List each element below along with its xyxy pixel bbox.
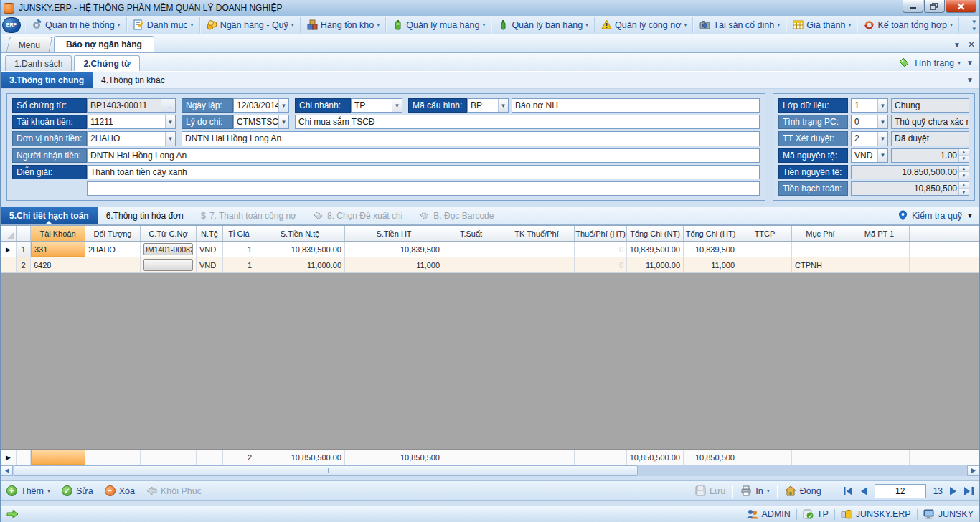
first-page-button[interactable] (844, 487, 853, 495)
cell-s-tien-ht[interactable]: 10,839,500 (345, 242, 443, 257)
chevron-down-icon[interactable]: ▼ (877, 149, 887, 162)
tt-xet-duyet-combo[interactable]: 2▼ (851, 131, 888, 146)
tab-close-icon[interactable]: ✕ (968, 39, 975, 49)
cell-tai-khoan[interactable]: 6428 (31, 257, 85, 272)
cell-n-te[interactable]: VND (197, 242, 223, 257)
c-tu-c-no-button[interactable]: DM1401-00082 (143, 243, 193, 255)
cell-n-te[interactable]: VND (197, 257, 223, 272)
col-header-tong-chi-ht[interactable]: Tổng Chi (HT) (684, 226, 738, 241)
overflow-chevron-icon[interactable]: ▼ (966, 59, 974, 67)
section-tab-thong-tin-chung[interactable]: 3.Thông tin chung (1, 72, 93, 88)
chevron-down-icon[interactable]: ▼ (877, 99, 887, 112)
col-header-c-tu-c-no[interactable]: C.Từ C.Nợ (141, 226, 197, 241)
tien-nguyen-te-spinner[interactable]: 10,850,500.00▲▼ (851, 165, 969, 179)
cell-thue-phi-ht[interactable]: 0 (575, 242, 627, 257)
dien-giai-extra-input[interactable] (87, 181, 760, 196)
table-row[interactable]: 2 6428 VND 1 11,000.00 11,000 0 11,000.0… (1, 257, 979, 273)
detail-tab-thong-tin-hoa-don[interactable]: 6.Thông tin hóa đơn (98, 207, 192, 224)
chevron-down-icon[interactable]: ▼ (877, 115, 887, 128)
col-header-tk-thue-phi[interactable]: TK Thuế/Phí (499, 226, 575, 241)
them-button[interactable]: + Thêm ▾ (6, 485, 50, 496)
cell-ma-pt-1[interactable] (849, 242, 910, 257)
menu-item-quan-ly-mua-hang[interactable]: Quản lý mua hàng▾ (386, 17, 491, 33)
horizontal-scrollbar[interactable] (1, 465, 979, 476)
ly-do-chi-combo[interactable]: CTMSTSCĐ▼ (233, 115, 289, 129)
detail-tab-chi-tiet-hach-toan[interactable]: 5.Chi tiết hạch toán (1, 207, 98, 224)
in-button[interactable]: In ▾ (740, 485, 769, 496)
ly-do-chi-desc-input[interactable]: Chi mua sắm TSCĐ (295, 115, 760, 129)
subtab-chung-tu[interactable]: 2.Chứng từ (74, 55, 139, 71)
c-tu-c-no-button[interactable] (143, 259, 193, 271)
menu-item-quan-ly-cong-no[interactable]: Quản lý công nợ▾ (595, 17, 693, 33)
tien-hach-toan-spinner[interactable]: 10,850,500▲▼ (851, 181, 969, 196)
dong-button[interactable]: Đóng (785, 485, 821, 496)
cell-tk-thue-phi[interactable] (499, 242, 575, 257)
cell-muc-phi[interactable] (792, 242, 849, 257)
scroll-left-arrow[interactable] (1, 465, 13, 476)
cell-tai-khoan[interactable]: 331 (31, 242, 85, 257)
menu-item-ke-toan-tong-hop[interactable]: Kế toán tổng hợp▾ (857, 17, 958, 33)
menu-overflow-handle[interactable]: ▾▾ (972, 18, 978, 32)
chevron-down-icon[interactable]: ▾ (47, 488, 50, 494)
select-all-header-cell[interactable] (1, 226, 17, 241)
chevron-down-icon[interactable]: ▼ (877, 132, 887, 145)
col-header-t-suat[interactable]: T.Suất (443, 226, 499, 241)
col-header-muc-phi[interactable]: Mục Phí (792, 226, 849, 241)
col-header-ttcp[interactable]: TTCP (738, 226, 792, 241)
ma-nguyen-te-combo[interactable]: VND▼ (851, 148, 888, 163)
chevron-down-icon[interactable]: ▼ (392, 99, 402, 112)
cell-tong-chi-nt[interactable]: 10,839,500.00 (627, 242, 684, 257)
cell-ttcp[interactable] (738, 242, 792, 257)
scroll-right-arrow[interactable] (967, 465, 979, 476)
tinh-trang-pc-combo[interactable]: 0▼ (851, 115, 888, 129)
so-chung-tu-input[interactable]: BP1403-00011 (87, 98, 161, 113)
menu-item-gia-thanh[interactable]: Giá thành▾ (786, 17, 857, 33)
sua-button[interactable]: ✓ Sửa (62, 485, 93, 496)
col-header-n-te[interactable]: N.Tệ (197, 226, 223, 241)
cell-t-suat[interactable] (443, 257, 499, 272)
col-header-tong-chi-nt[interactable]: Tổng Chi (NT) (627, 226, 684, 241)
section-tab-thong-tin-khac[interactable]: 4.Thông tin khác (93, 72, 174, 88)
chevron-down-icon[interactable]: ▼ (498, 99, 508, 112)
cell-tong-chi-ht[interactable]: 10,839,500 (684, 242, 738, 257)
tinh-trang-button[interactable]: Tình trạng ▾ (899, 57, 961, 68)
chevron-down-icon[interactable]: ▾ (767, 488, 770, 494)
erp-menu-button[interactable]: ERP (2, 17, 21, 33)
col-header-tai-khoan[interactable]: Tài Khoản (31, 226, 85, 241)
col-header-doi-tuong[interactable]: Đối Tượng (85, 226, 141, 241)
spinner-arrows-icon[interactable]: ▲▼ (958, 182, 969, 195)
col-header-s-tien-nte[interactable]: S.Tiền N.tệ (255, 226, 345, 241)
table-row[interactable]: ▶ 1 331 2HAHO DM1401-00082 VND 1 10,839,… (1, 242, 979, 257)
kiem-tra-quy-button[interactable]: Kiểm tra quỹ ▼ (898, 207, 979, 224)
menu-item-quan-tri-he-thong[interactable]: Quản trị hệ thống▾ (25, 17, 127, 33)
chi-nhanh-combo[interactable]: TP▼ (351, 98, 402, 113)
cell-t-suat[interactable] (443, 242, 499, 257)
nguoi-nhan-tien-input[interactable]: DNTN Hai Hồng Long An (87, 148, 760, 163)
cell-ti-gia[interactable]: 1 (223, 257, 255, 272)
cell-tong-chi-nt[interactable]: 11,000.00 (627, 257, 684, 272)
col-header-thue-phi-ht[interactable]: Thuế/Phí (HT) (575, 226, 627, 241)
cell-thue-phi-ht[interactable]: 0 (575, 257, 627, 272)
cell-ttcp[interactable] (738, 257, 792, 272)
menu-item-danh-muc[interactable]: Danh mục▾ (127, 17, 200, 33)
ngay-lap-datepicker[interactable]: 12/03/2014▼ (233, 98, 289, 113)
menu-item-tai-san-co-dinh[interactable]: Tài sản cố định▾ (693, 17, 786, 33)
cell-muc-phi[interactable]: CTPNH (792, 257, 849, 272)
chevron-down-icon[interactable]: ▼ (278, 115, 288, 128)
cell-doi-tuong[interactable]: 2HAHO (85, 242, 141, 257)
ty-gia-spinner[interactable]: 1.00▲▼ (891, 148, 969, 163)
chevron-down-icon[interactable]: ▼ (165, 132, 175, 145)
chevron-down-icon[interactable]: ▼ (966, 212, 974, 219)
menu-item-hang-ton-kho[interactable]: Hàng tồn kho▾ (301, 17, 386, 33)
cell-doi-tuong[interactable] (85, 257, 141, 272)
tai-khoan-tien-combo[interactable]: 11211▼ (87, 115, 176, 129)
page-number-input[interactable]: 12 (875, 484, 926, 498)
next-page-button[interactable] (950, 487, 957, 495)
cell-s-tien-ht[interactable]: 11,000 (345, 257, 443, 272)
menu-item-quan-ly-ban-hang[interactable]: Quản lý bán hàng▾ (491, 17, 595, 33)
minimize-button[interactable] (903, 0, 923, 13)
tab-bao-no-ngan-hang[interactable]: Báo nợ ngân hàng (54, 36, 154, 52)
lop-du-lieu-combo[interactable]: 1▼ (851, 98, 888, 113)
cell-tk-thue-phi[interactable] (499, 257, 575, 272)
previous-page-button[interactable] (860, 487, 867, 495)
